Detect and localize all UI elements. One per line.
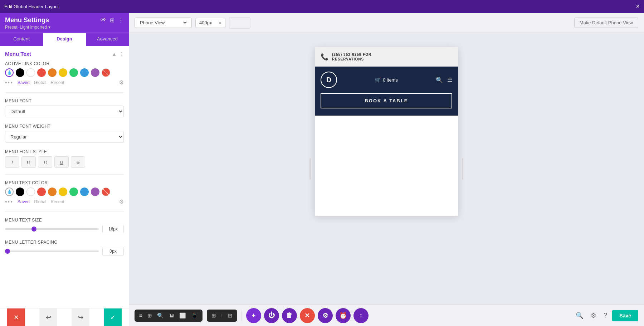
text-color-gear-icon[interactable]: ⚙ [119,198,124,205]
right-resize-handle[interactable] [462,158,463,180]
extra-input[interactable] [229,17,250,29]
grid-toolbar-group: ⊞ ⁞ ⊟ [207,310,237,322]
text-color-purple[interactable] [91,188,99,196]
phone-toolbar-icon[interactable]: 📱 [189,312,200,320]
eyedropper-icon[interactable]: 💧 [5,68,14,77]
text-color-white[interactable] [26,188,35,196]
menu-font-weight-select[interactable]: Thin Light Regular Bold Extra Bold [5,131,124,143]
text-color-yellow[interactable] [59,188,67,196]
left-resize-handle[interactable] [309,158,311,180]
search-toolbar-icon[interactable]: 🔍 [155,312,166,320]
add-button[interactable]: + [246,308,261,323]
text-color-eraser[interactable] [102,188,110,196]
tablet-icon[interactable]: ⬜ [177,312,188,320]
desktop-icon[interactable]: 🖥 [167,312,176,320]
global-tab[interactable]: Global [34,80,47,85]
right-search-icon[interactable]: 🔍 [574,310,586,322]
color-black[interactable] [16,68,24,77]
menu-nav-icon[interactable]: ☰ [447,77,452,83]
letter-spacing-value: 0px [102,247,124,256]
width-field[interactable] [199,20,217,25]
clear-width-icon[interactable]: × [219,20,221,26]
collapse-icon[interactable]: ▲ [112,51,117,57]
redo-button[interactable]: ↪ [72,308,89,326]
color-green[interactable] [69,68,78,77]
undo-button[interactable]: ↩ [39,308,57,326]
panel-preset[interactable]: Preset: Light imported ▾ [5,25,124,30]
close-button[interactable]: × [636,3,640,10]
text-eyedropper-icon[interactable]: 💧 [5,188,14,196]
sort-button[interactable]: ↕ [353,308,369,323]
text-size-slider[interactable] [5,228,99,230]
text-color-orange[interactable] [48,188,57,196]
panel-columns-icon[interactable]: ⊞ [110,17,114,24]
color-gear-icon[interactable]: ⚙ [119,79,124,86]
make-default-button[interactable]: Make Default Phone View [574,18,638,28]
view-select[interactable]: Phone View Desktop View Tablet View [135,18,192,28]
dots-icon[interactable]: ⁞ [219,312,225,320]
color-eraser[interactable] [102,68,110,77]
text-color-red[interactable] [37,188,46,196]
hamburger-icon[interactable]: ≡ [137,312,144,320]
menu-font-label: Menu Font [5,98,124,103]
color-yellow[interactable] [59,68,67,77]
tab-content[interactable]: Content [0,33,43,46]
top-bar: Phone View Desktop View Tablet View × Ma… [129,13,644,33]
grid2-icon[interactable]: ⊞ [210,312,218,320]
text-recent-tab[interactable]: Recent [51,199,64,204]
save-button[interactable]: Save [612,310,638,321]
view-dropdown[interactable]: Phone View Desktop View Tablet View [138,20,188,26]
text-saved-tab[interactable]: Saved [18,199,30,204]
settings-button[interactable]: ⚙ [318,308,333,323]
divider-2 [5,174,124,175]
timer-button[interactable]: ⏰ [336,308,351,323]
color-orange[interactable] [48,68,57,77]
close-toolbar-button[interactable]: ✕ [300,308,315,323]
active-link-color-picker: 💧 [5,68,124,77]
table-icon[interactable]: ⊟ [226,312,234,320]
text-global-tab[interactable]: Global [34,199,47,204]
right-gear-icon[interactable]: ⚙ [589,310,599,322]
text-color-green[interactable] [69,188,78,196]
menu-font-style-label: Menu Font Style [5,149,124,154]
phone-preview: 📞 (255) 352-6258 FOR RESERVATIONS D 🛒 0 … [315,47,458,216]
color-more-dots[interactable]: ••• [5,79,13,86]
phone-content-area [315,116,458,216]
capitalize-button[interactable]: Tt [38,156,52,168]
italic-button[interactable]: I [5,156,19,168]
strikethrough-button[interactable]: S [71,156,85,168]
color-blue[interactable] [80,68,89,77]
uppercase-button[interactable]: TT [21,156,36,168]
text-color-tabs-row: ••• Saved Global Recent ⚙ [5,198,124,205]
grid-icon[interactable]: ⊞ [146,312,154,320]
color-tabs-row: ••• Saved Global Recent ⚙ [5,79,124,86]
panel-title: Menu Settings [5,16,49,24]
cancel-button[interactable]: ✕ [7,308,25,326]
tab-advanced[interactable]: Advanced [86,33,129,46]
power-button[interactable]: ⏻ [264,308,279,323]
book-table-button[interactable]: BOOK A TABLE [321,93,452,108]
text-color-blue[interactable] [80,188,89,196]
color-white[interactable] [26,68,35,77]
menu-font-setting: Menu Font Default Arial Georgia Helvetic… [5,98,124,117]
color-red[interactable] [37,68,46,77]
width-input: × [195,18,225,28]
text-color-more-dots[interactable]: ••• [5,199,13,205]
right-help-icon[interactable]: ? [601,310,609,321]
panel-more-icon[interactable]: ⋮ [118,17,124,24]
confirm-button[interactable]: ✓ [104,308,122,326]
saved-tab[interactable]: Saved [18,80,30,85]
color-purple[interactable] [91,68,99,77]
section-more-icon[interactable]: ⋮ [119,51,124,57]
recent-tab[interactable]: Recent [51,80,64,85]
right-toolbar: 🔍 ⚙ ? Save [574,310,638,322]
underline-button[interactable]: U [54,156,69,168]
tab-design[interactable]: Design [43,33,86,46]
letter-spacing-slider[interactable] [5,250,99,252]
text-color-black[interactable] [16,188,24,196]
search-nav-icon[interactable]: 🔍 [436,77,443,83]
delete-button[interactable]: 🗑 [282,308,297,323]
text-size-slider-row: 16px [5,225,124,233]
menu-font-select[interactable]: Default Arial Georgia Helvetica [5,106,124,117]
panel-eye-icon[interactable]: 👁 [101,17,106,24]
